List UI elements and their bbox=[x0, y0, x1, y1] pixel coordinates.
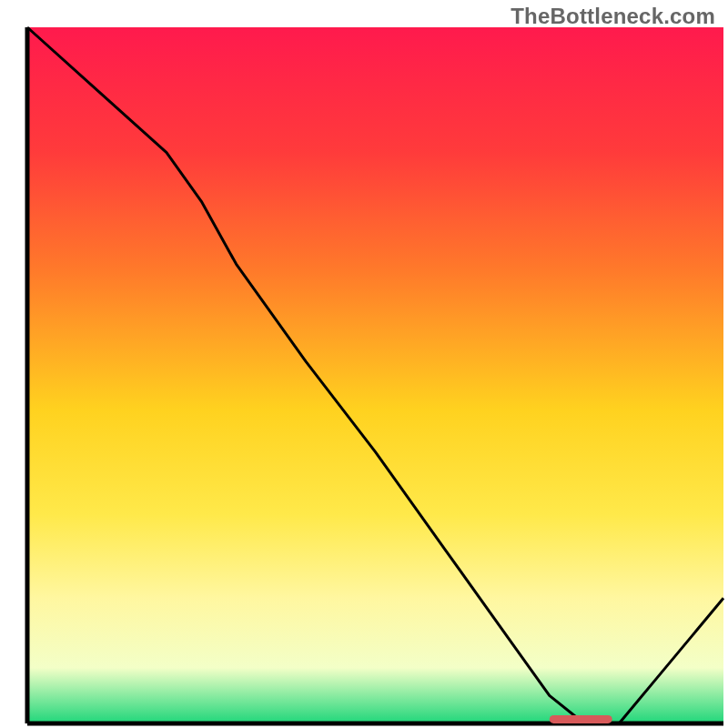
watermark-label: TheBottleneck.com bbox=[511, 4, 715, 29]
bottleneck-curve-chart bbox=[0, 0, 728, 728]
chart-container: TheBottleneck.com bbox=[0, 0, 728, 728]
plot-background bbox=[27, 27, 723, 723]
optimal-range-marker bbox=[550, 715, 612, 723]
